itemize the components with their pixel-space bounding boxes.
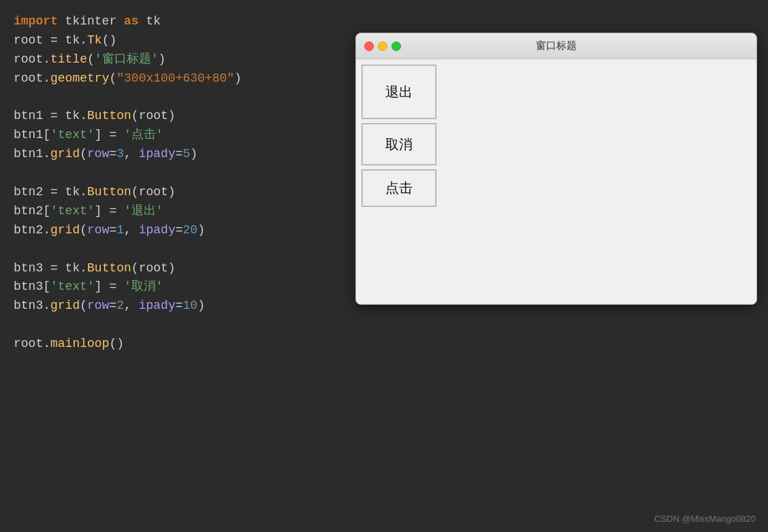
code-line: root.title('窗口标题')	[14, 50, 334, 69]
window-title: 窗口标题	[536, 39, 577, 52]
tkinter-body: 退出取消点击	[356, 59, 756, 304]
code-line: btn2['text'] = '退出'	[14, 202, 334, 221]
code-line: btn3.grid(row=2, ipady=10)	[14, 297, 334, 316]
code-line	[14, 88, 334, 107]
code-line: import tkinter as tk	[14, 12, 334, 31]
tkinter-button-1[interactable]: 取消	[362, 123, 436, 165]
code-line: root = tk.Tk()	[14, 31, 334, 50]
tkinter-window: 窗口标题 退出取消点击	[355, 33, 757, 305]
code-line: btn3['text'] = '取消'	[14, 278, 334, 297]
code-line: root.geometry("300x100+630+80")	[14, 69, 334, 88]
code-line: btn1 = tk.Button(root)	[14, 107, 334, 126]
code-line: btn2 = tk.Button(root)	[14, 183, 334, 202]
code-line: root.mainloop()	[14, 335, 334, 354]
code-line: btn2.grid(row=1, ipady=20)	[14, 221, 334, 240]
watermark: CSDN @MissMango0820	[654, 514, 756, 524]
code-line	[14, 164, 334, 183]
code-line	[14, 316, 334, 335]
tkinter-titlebar: 窗口标题	[356, 33, 756, 59]
minimize-button[interactable]	[378, 41, 387, 51]
code-line: btn3 = tk.Button(root)	[14, 259, 334, 278]
close-button[interactable]	[364, 41, 374, 51]
maximize-button[interactable]	[391, 41, 401, 51]
tkinter-button-2[interactable]: 点击	[362, 169, 436, 207]
tkinter-button-0[interactable]: 退出	[362, 65, 436, 119]
code-line: btn1.grid(row=3, ipady=5)	[14, 145, 334, 164]
code-line	[14, 240, 334, 259]
code-line: btn1['text'] = '点击'	[14, 126, 334, 145]
code-editor: import tkinter as tkroot = tk.Tk()root.t…	[0, 0, 347, 532]
